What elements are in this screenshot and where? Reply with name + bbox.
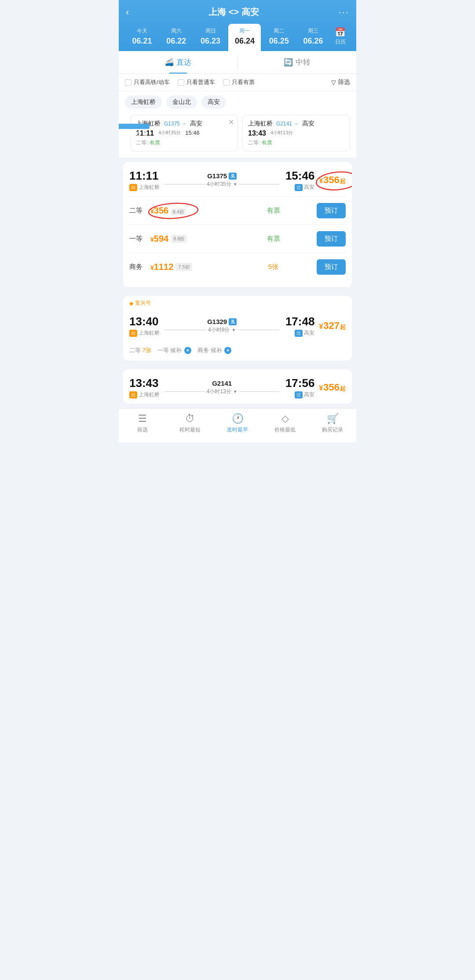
filter-row: 只看高铁/动车 只看普通车 只看有票 ▽ 筛选 [119,74,356,91]
duration-g1375: 4小时35分 ▼ [164,181,279,188]
fuxing-label: ◆ 复兴号 [123,296,352,308]
date-day-label: 06.23 [201,37,220,46]
qi-label: 起 [340,177,346,185]
discount-business: 7.5折 [176,263,192,271]
weekday-label: 今天 [137,27,147,35]
date-item-0622[interactable]: 周六 06.22 [160,24,193,51]
checkbox-youpiao[interactable] [223,79,230,86]
train-card-header-g1375[interactable]: 11:11 始 上海虹桥 G1375 兑 4小时35分 ▼ [123,162,352,196]
dep-info-g1375: 11:11 始 上海虹桥 [129,169,164,191]
filter-youpiao[interactable]: 只看有票 [223,78,255,86]
ticket-row-business: 商务 ¥1112 7.5折 5张 预订 [129,253,346,281]
bn-filter[interactable]: ☰ 筛选 [119,413,166,434]
tab-direct[interactable]: 🚄 直达 [119,51,238,74]
dep-time-g2141: 13:43 [129,376,164,390]
shortest-icon: ⏱ [185,413,195,424]
cheapest-icon: ◇ [281,413,289,424]
price-badge-g2141: ¥356起 [319,382,346,393]
ticket-row-2nd: 二等 ¥356 8.4折 有票 预订 [129,196,346,225]
filter-gaotie[interactable]: 只看高铁/动车 [125,78,170,86]
book-2nd-button[interactable]: 预订 [317,203,346,218]
more-button[interactable]: ··· [339,7,349,18]
wait-1st: 候补 [170,347,182,354]
recent-card-2[interactable]: 上海虹桥 G2141 → 高安 13:43 4小时13分 二等: 有票 [242,115,350,151]
mian-badge-g1329: 兑 [229,318,237,325]
rc-duration-1: 4小时35分 [158,129,181,137]
dep-badge-g1375: 始 [129,184,137,191]
price-business: ¥1112 [150,262,173,272]
tc-middle-g1329: G1329 兑 4小时8分 ▼ [164,318,279,334]
dep-badge-g1329: 始 [129,330,137,337]
class-2nd: 二等 [129,206,147,215]
price-2nd: ¥356 [150,206,168,215]
train-card-header-g2141[interactable]: 13:43 始 上海虹桥 G2141 4小时13分 ▼ 17:56 [123,369,352,404]
arr-badge-g2141: 过 [295,391,303,398]
arr-time-g1375: 15:46 [279,169,314,183]
duration-g2141: 4小时13分 ▼ [164,388,279,395]
plus-1st[interactable]: + [184,347,191,354]
weekday-label: 周二 [274,27,284,35]
weekday-label: 周六 [171,27,182,35]
filter-sort-button[interactable]: ▽ 筛选 [331,78,350,86]
train-name-g1329: G1329 兑 [164,318,279,325]
bn-earliest[interactable]: 🕐 发时最早 [214,413,261,434]
filter-btn-label: 筛选 [338,78,350,86]
date-item-0621[interactable]: 今天 06.21 [126,24,158,51]
train-name-g2141: G2141 [164,379,279,387]
bn-shortest[interactable]: ⏱ 耗时最短 [166,413,214,434]
bottom-nav: ☰ 筛选 ⏱ 耗时最短 🕐 发时最早 ◇ 价格最低 🛒 购买记录 [119,408,356,442]
arr-info-g2141: 17:56 过 高安 [279,376,314,398]
filter-youpiao-label: 只看有票 [232,78,255,86]
book-1st-button[interactable]: 预订 [317,231,346,247]
class-1st: 一等 [129,235,147,243]
weekday-label: 周一 [239,27,250,35]
bn-history[interactable]: 🛒 购买记录 [309,413,356,434]
bn-history-label: 购买记录 [322,426,343,434]
back-button[interactable]: ‹ [126,7,129,18]
duration-g1329: 4小时8分 ▼ [164,326,279,334]
avail-1st: 有票 [234,235,313,243]
station-chip-shanghai[interactable]: 上海虹桥 [125,96,162,109]
date-item-0626[interactable]: 周三 06.26 [297,24,329,51]
recent-section: 最近购买 ✕ 上海虹桥 G1375 → 高安 11:11 4小时35分 15:4… [119,115,356,158]
avail-2nd-g1329: 二等 7张 [129,346,151,354]
avail-business: 5张 [234,263,313,271]
dep-badge-g2141: 始 [129,391,137,398]
date-row: 今天 06.21周六 06.22周日 06.23周一 06.24周二 06.25… [126,23,349,51]
dep-station-g1329: 始 上海虹桥 [129,329,164,337]
wait-biz: 候补 [211,347,222,354]
fuxing-text: 复兴号 [135,299,151,307]
recent-card-1[interactable]: ✕ 上海虹桥 G1375 → 高安 11:11 4小时35分 15:46 二等:… [130,115,238,151]
bn-cheapest[interactable]: ◇ 价格最低 [261,413,309,434]
arr-station-g1329: 过 高安 [279,329,314,337]
section-gap-1 [119,287,356,291]
rc-dep-1: 11:11 [136,129,154,137]
date-item-0624[interactable]: 周一 06.24 [228,24,261,51]
train-card-header-g1329[interactable]: 13:40 始 上海虹桥 G1329 兑 4小时8分 ▼ [123,308,352,342]
filter-gaotie-label: 只看高铁/动车 [134,78,170,86]
date-item-0625[interactable]: 周二 06.25 [263,24,295,51]
station-chip-jinshan[interactable]: 金山北 [166,96,197,109]
yuan-sign-2: ¥ [319,323,323,331]
close-card-1-button[interactable]: ✕ [228,118,234,126]
rc-from-2: 上海虹桥 [248,120,273,128]
calendar-button[interactable]: 📅 日历 [331,23,349,51]
checkbox-putong[interactable] [178,79,184,86]
recent-label: 最近购买 [119,124,150,129]
filter-icon: ▽ [331,79,336,86]
rc-dep-2: 13:43 [248,129,266,137]
tab-transfer-label: 中转 [296,57,311,67]
qi-label-2: 起 [340,323,346,331]
arr-station-g1375: 过 高安 [279,184,314,191]
mian-badge-g1375: 兑 [229,173,237,180]
filter-putong[interactable]: 只看普通车 [178,78,215,86]
plus-biz[interactable]: + [224,347,231,354]
station-chip-gaoan[interactable]: 高安 [201,96,226,109]
arr-info-g1329: 17:48 过 高安 [279,315,314,337]
tab-direct-label: 直达 [176,57,191,67]
filter-putong-label: 只看普通车 [186,78,215,86]
date-item-0623[interactable]: 周日 06.23 [194,24,227,51]
book-business-button[interactable]: 预订 [317,259,346,275]
checkbox-gaotie[interactable] [125,79,132,86]
tab-transfer[interactable]: 🔄 中转 [238,51,357,74]
